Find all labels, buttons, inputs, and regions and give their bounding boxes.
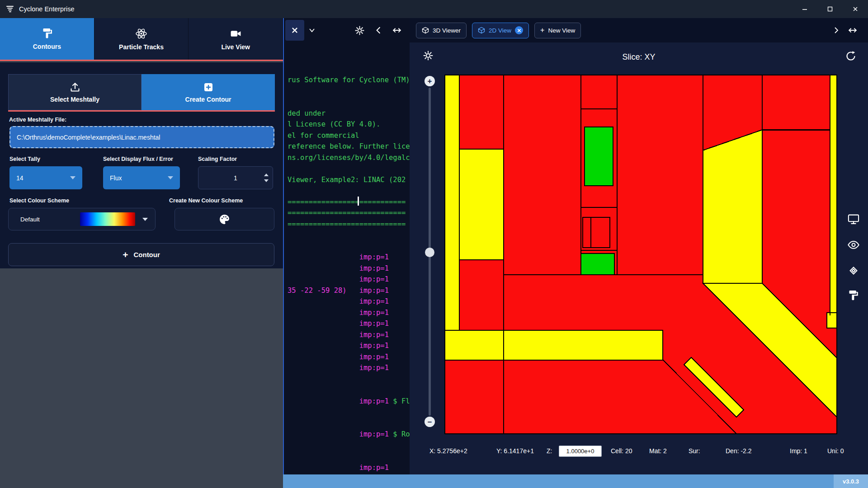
tab-3d-viewer[interactable]: 3D Viewer	[416, 23, 467, 38]
colour-scheme-gradient	[80, 212, 135, 226]
create-contour-button[interactable]: Create Contour	[142, 74, 275, 110]
scaling-factor-label: Scaling Factor	[198, 156, 237, 162]
select-meshtally-button[interactable]: Select Meshtally	[8, 74, 142, 110]
zoom-out-button[interactable]: –	[425, 417, 435, 427]
zoom-in-button[interactable]: +	[425, 76, 435, 86]
upload-icon	[69, 81, 81, 93]
chevron-left-icon[interactable]	[375, 26, 382, 34]
version-badge: v3.0.3	[834, 474, 868, 488]
spinner-up-icon[interactable]	[264, 174, 269, 176]
meshtally-actions: Select Meshtally Create Contour	[8, 74, 275, 112]
tab-label: Live View	[221, 43, 250, 51]
contour-button[interactable]: + Contour	[8, 243, 274, 266]
status-z-label: Z:	[547, 447, 552, 455]
slice-title: Slice: XY	[410, 52, 868, 62]
spinner-down-icon[interactable]	[264, 179, 269, 182]
colour-scheme-value: Default	[20, 216, 40, 223]
paint-icon[interactable]	[847, 290, 860, 302]
tab-contours[interactable]: Contours	[0, 18, 94, 60]
slice-plot[interactable]	[444, 75, 837, 434]
app-logo-icon	[5, 5, 14, 14]
console-collapse-button[interactable]	[304, 28, 320, 33]
resize-horizontal-icon[interactable]	[848, 27, 857, 34]
console-panel: rus Software for Cyclone (TM) ded under …	[283, 18, 410, 474]
scaling-factor-field	[198, 166, 273, 189]
scaling-factor-input[interactable]	[198, 167, 273, 189]
contour-button-label: Contour	[133, 251, 160, 258]
slice-status-bar: X: 5.2756e+2 Y: 6.1417e+1 Z: Cell: 20 Ma…	[410, 445, 868, 459]
display-value: Flux	[110, 174, 122, 182]
viewer-tab-bar: 3D Viewer 2D View + New View	[410, 18, 868, 42]
app-title: Cyclone Enterprise	[19, 5, 75, 13]
tab-label: 2D View	[489, 27, 511, 34]
tab-label: Contours	[33, 43, 61, 50]
chevron-down-icon	[309, 28, 315, 33]
console-output[interactable]: rus Software for Cyclone (TM) ded under …	[284, 42, 410, 474]
viewer-panel: 3D Viewer 2D View + New View Slice:	[410, 18, 868, 474]
inspect-view-icon[interactable]	[847, 239, 860, 251]
scaling-spinners	[264, 167, 269, 189]
maximize-icon	[827, 6, 833, 12]
create-colour-scheme-button[interactable]	[175, 208, 274, 230]
console-imp-block: imp:p=1 imp:p=1	[288, 462, 410, 475]
status-x: X: 5.2756e+2	[429, 447, 467, 455]
slice-plane-icon[interactable]	[847, 264, 860, 277]
text-cursor	[358, 197, 359, 206]
tab-particle-tracks[interactable]: Particle Tracks	[94, 18, 189, 60]
minimize-icon	[802, 6, 808, 12]
meshtally-file-input[interactable]	[9, 126, 274, 148]
display-icon[interactable]	[847, 213, 860, 225]
atom-icon	[135, 28, 147, 40]
tab-live-view[interactable]: Live View	[189, 18, 283, 60]
gear-icon[interactable]	[355, 26, 364, 35]
select-meshtally-label: Select Meshtally	[50, 96, 99, 103]
console-rot-line: imp:p=1 $ Ro	[288, 429, 410, 440]
status-den: Den: -2.2	[726, 447, 752, 455]
console-flux-line: imp:p=1 $ Fl	[288, 396, 410, 407]
plus-icon: +	[428, 77, 432, 85]
z-value-input[interactable]	[559, 446, 602, 457]
console-comment: $ Ro	[393, 430, 410, 438]
select-display-label: Select Display Flux / Error	[103, 156, 173, 162]
tab-2d-view[interactable]: 2D View	[472, 23, 529, 38]
main-tab-bar: Contours Particle Tracks Live View	[0, 18, 283, 61]
colour-scheme-label: Select Colour Scheme	[9, 197, 69, 204]
tally-value: 14	[16, 174, 24, 182]
status-cell: Cell: 20	[611, 447, 632, 455]
palette-icon	[219, 214, 230, 225]
colour-scheme-dropdown[interactable]: Default	[8, 208, 156, 230]
console-close-button[interactable]	[285, 20, 304, 41]
chevron-down-icon	[142, 218, 148, 221]
status-sur: Sur:	[689, 447, 700, 455]
console-code: imp:p=1	[288, 430, 393, 438]
status-y: Y: 6.1417e+1	[496, 447, 534, 455]
display-flux-dropdown[interactable]: Flux	[103, 166, 180, 189]
active-meshtally-file-label: Active Meshtally File:	[9, 117, 66, 123]
close-icon	[852, 6, 859, 12]
chevron-right-icon[interactable]	[834, 27, 839, 34]
tab-label: 3D Viewer	[433, 27, 461, 34]
new-view-button[interactable]: + New View	[534, 23, 581, 38]
maximize-button[interactable]	[817, 0, 843, 18]
tally-dropdown[interactable]: 14	[9, 166, 82, 189]
horizontal-scrollbar[interactable]: v3.0.3	[283, 474, 868, 488]
select-tally-label: Select Tally	[9, 156, 40, 162]
status-mat: Mat: 2	[649, 447, 667, 455]
console-tools	[355, 26, 401, 35]
title-bar: Cyclone Enterprise	[0, 0, 868, 18]
minimize-button[interactable]	[792, 0, 817, 18]
console-code: imp:p=1	[288, 397, 393, 405]
paint-brush-icon	[41, 28, 53, 39]
refresh-icon[interactable]	[845, 51, 856, 61]
console-imp-block: imp:p=1 imp:p=1 imp:p=1 35 -22 -59 28) i…	[288, 252, 410, 374]
new-colour-scheme-label: Create New Colour Scheme	[169, 197, 243, 204]
close-icon	[517, 28, 521, 33]
slice-slider-handle[interactable]	[425, 248, 434, 257]
close-button[interactable]	[843, 0, 868, 18]
close-2d-view-button[interactable]	[515, 26, 523, 34]
contour-controls: Select Meshtally Create Contour Active M…	[0, 62, 283, 268]
resize-horizontal-icon[interactable]	[392, 27, 401, 34]
console-header	[284, 18, 410, 42]
plus-square-icon	[203, 81, 214, 93]
window-controls	[792, 0, 868, 18]
